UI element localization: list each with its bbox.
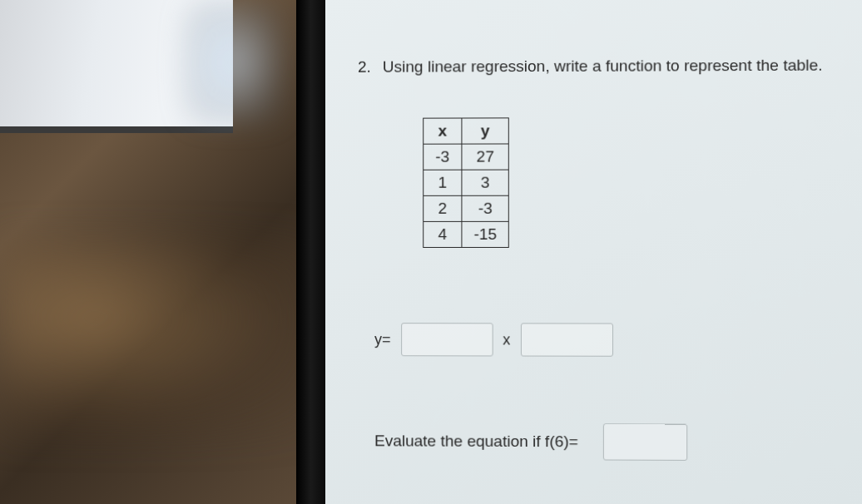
desk-blur <box>0 238 316 437</box>
table-row: 4 -15 <box>424 221 509 247</box>
y-equals-label: y= <box>374 331 391 348</box>
question-number: 2. <box>358 58 371 77</box>
table-row: 1 3 <box>424 170 509 195</box>
cell-x: -3 <box>424 144 462 170</box>
evaluate-row: Evaluate the equation if f(6)= <box>374 422 834 461</box>
screen-reflection <box>183 0 283 125</box>
cell-y: -15 <box>462 221 509 247</box>
x-separator-label: x <box>503 331 510 348</box>
cell-x: 4 <box>424 221 462 247</box>
data-table: x y -3 27 1 3 2 -3 4 -15 <box>423 117 509 248</box>
slope-input[interactable] <box>401 323 493 356</box>
header-y: y <box>462 118 509 144</box>
evaluate-input[interactable] <box>603 423 687 461</box>
function-answer-row: y= x <box>374 323 834 357</box>
quiz-content-panel: 2. Using linear regression, write a func… <box>316 0 862 504</box>
question-text: Using linear regression, write a functio… <box>383 57 823 77</box>
intercept-input[interactable] <box>520 323 612 356</box>
classroom-background <box>0 0 316 504</box>
cell-x: 2 <box>424 195 462 221</box>
cell-y: 27 <box>462 144 509 170</box>
cell-y: -3 <box>462 195 509 221</box>
table-row: 2 -3 <box>424 195 509 221</box>
table-header-row: x y <box>424 118 509 144</box>
cell-y: 3 <box>462 170 509 195</box>
question-row: 2. Using linear regression, write a func… <box>358 56 834 76</box>
header-x: x <box>424 118 462 144</box>
table-row: -3 27 <box>424 144 509 170</box>
cell-x: 1 <box>424 170 462 195</box>
evaluate-prompt: Evaluate the equation if f(6)= <box>374 432 578 451</box>
monitor-bezel <box>296 0 325 504</box>
